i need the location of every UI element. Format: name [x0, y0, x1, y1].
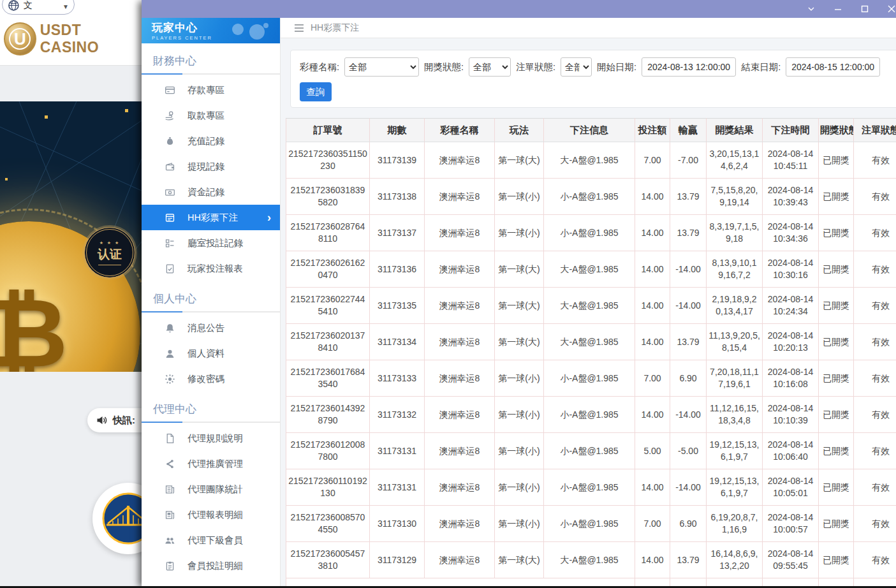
- table-cell: 大-A盤@1.985: [544, 542, 635, 578]
- table-cell: 已開獎: [819, 324, 854, 360]
- sidebar-item-label: 充值記錄: [187, 135, 224, 147]
- table-cell: 14.00: [635, 469, 670, 506]
- table-cell: 已開獎: [819, 542, 854, 578]
- sidebar-header: 玩家中心 PLAYERS CENTER: [142, 18, 280, 43]
- table-cell: 小-A盤@1.985: [544, 397, 635, 433]
- sidebar-item-rules[interactable]: 代理規則說明: [142, 425, 280, 451]
- team-icon: [165, 484, 175, 495]
- table-cell: 小-A盤@1.985: [544, 215, 635, 251]
- table-row: 215217236020137841031173134澳洲幸运8第一球(大)大-…: [286, 324, 896, 360]
- table-cell: 2152172360287648110: [286, 215, 370, 251]
- window-dropdown-button[interactable]: [802, 0, 821, 18]
- table-cell: 2024-08-14 10:45:11: [763, 142, 819, 179]
- sidebar-item-funds[interactable]: 資金記錄: [142, 179, 280, 205]
- table-cell: 14.00: [635, 324, 670, 360]
- window-maximize-button[interactable]: [855, 0, 874, 18]
- language-selector[interactable]: 繁体中文 ▼: [2, 0, 75, 15]
- table-row: 215217236035115023031173139澳洲幸运8第一球(大)大-…: [286, 142, 896, 179]
- table-cell: 2,19,18,9,20,13,4,17: [707, 288, 763, 324]
- main-panel: HH彩票下注 彩種名稱: 全部 開獎狀態: 全部 注單狀態: 全部: [281, 18, 896, 588]
- speaker-icon: [96, 414, 108, 427]
- table-cell: 31173131: [370, 469, 425, 506]
- order-status-select[interactable]: 全部: [561, 57, 592, 77]
- table-cell: 已開獎: [819, 469, 854, 506]
- sidebar-item-notice[interactable]: 消息公告: [142, 315, 280, 341]
- sidebar-item-label: 提現記錄: [187, 161, 224, 173]
- sidebar-item-password[interactable]: 修改密碼: [142, 366, 280, 392]
- window-minimize-button[interactable]: [828, 0, 848, 18]
- table-cell: 澳洲幸运8: [425, 324, 495, 360]
- sidebar-item-lottery[interactable]: HH彩票下注›: [142, 205, 280, 230]
- password-icon: [165, 374, 175, 385]
- end-date-input[interactable]: [786, 57, 880, 77]
- table-cell: 2152172360261620470: [286, 251, 370, 288]
- search-button[interactable]: 查詢: [300, 82, 332, 101]
- player-center-window: 玩家中心 PLAYERS CENTER 財務中心存款專區取款專區充值記錄提現記錄…: [142, 0, 896, 588]
- table-cell: 澳洲幸运8: [425, 469, 495, 506]
- table-cell: 2152172360176843540: [286, 360, 370, 397]
- table-cell: 2024-08-14 10:20:13: [763, 324, 819, 360]
- hamburger-menu-icon[interactable]: [294, 24, 304, 33]
- sidebar-section: 個人中心消息公告個人資料修改密碼: [142, 281, 280, 392]
- table-cell: 已開獎: [819, 397, 854, 433]
- filter-panel: 彩種名稱: 全部 開獎狀態: 全部 注單狀態: 全部 開始日期: 結束日期:: [290, 50, 896, 108]
- table-cell: 2024-08-14 10:16:08: [763, 360, 819, 397]
- sidebar-item-label: 代理報表明細: [187, 509, 243, 521]
- sidebar-item-promote[interactable]: 代理推廣管理: [142, 451, 280, 476]
- sidebar-item-label: 消息公告: [187, 322, 224, 334]
- lottery-icon: [165, 212, 175, 223]
- sidebar-item-recharge[interactable]: 充值記錄: [142, 128, 280, 154]
- start-date-input[interactable]: [642, 57, 736, 77]
- table-cell: 13.79: [670, 179, 707, 215]
- bets-table-container: 訂單號期數彩種名稱玩法下注信息投注額輸贏開獎結果下注時間開獎狀態注單狀態 215…: [286, 118, 896, 588]
- sidebar-item-report[interactable]: 玩家投注報表: [142, 256, 280, 281]
- funds-icon: [165, 187, 175, 198]
- table-cell: 有效: [854, 469, 896, 506]
- table-header-cell: 下注信息: [544, 119, 635, 142]
- table-cell: 已開獎: [819, 506, 854, 542]
- table-cell: 13.79: [670, 215, 707, 251]
- table-cell: 31173138: [370, 179, 425, 215]
- sidebar-item-deposit[interactable]: 存款專區: [142, 77, 280, 103]
- table-cell: 澳洲幸运8: [425, 397, 495, 433]
- sidebar-item-label: 廳室投註記錄: [187, 237, 243, 249]
- table-cell: 澳洲幸运8: [425, 179, 495, 215]
- table-cell: 6.90: [670, 506, 707, 542]
- draw-status-label: 開獎狀態:: [424, 61, 464, 73]
- sidebar-item-withdraw[interactable]: 取款專區: [142, 103, 280, 128]
- deposit-icon: [165, 85, 175, 96]
- sidebar-item-label: 資金記錄: [187, 186, 224, 198]
- sidebar-item-agent-report[interactable]: 代理報表明細: [142, 502, 280, 527]
- window-close-button[interactable]: [882, 0, 896, 18]
- table-cell: 有效: [854, 288, 896, 324]
- lottery-name-select[interactable]: 全部: [344, 57, 419, 77]
- sidebar-item-profile[interactable]: 個人資料: [142, 341, 280, 366]
- background-page: 繁体中文 ▼ U USDT CASINO ₿: [0, 0, 142, 588]
- draw-status-select[interactable]: 全部: [469, 57, 511, 77]
- table-cell: 小-A盤@1.985: [544, 506, 635, 542]
- floating-service-button[interactable]: [92, 483, 142, 554]
- sidebar: 玩家中心 PLAYERS CENTER 財務中心存款專區取款專區充值記錄提現記錄…: [142, 18, 281, 588]
- news-ticker[interactable]: 快訊:: [87, 408, 142, 432]
- sidebar-item-label: 代理下級會員: [187, 534, 243, 547]
- site-logo[interactable]: U USDT CASINO: [4, 22, 142, 56]
- table-cell: 第一球(小): [495, 506, 544, 542]
- table-row: 215217236028764811031173137澳洲幸运8第一球(小)小-…: [286, 215, 896, 251]
- sidebar-item-members[interactable]: 代理下級會員: [142, 527, 280, 553]
- sidebar-item-hall[interactable]: 廳室投註記錄: [142, 230, 280, 256]
- table-cell: 2024-08-14 10:06:40: [763, 433, 819, 469]
- sidebar-item-team[interactable]: 代理團隊統計: [142, 476, 280, 502]
- table-cell: 31173133: [370, 360, 425, 397]
- news-ticker-label: 快訊:: [113, 415, 135, 427]
- sidebar-item-cashout[interactable]: 提現記錄: [142, 154, 280, 179]
- table-cell: 14.00: [635, 215, 670, 251]
- table-cell: 第一球(大): [495, 251, 544, 288]
- table-cell: 已開獎: [819, 142, 854, 179]
- table-cell: 第一球(大): [495, 542, 544, 578]
- table-cell: -14.00: [670, 469, 707, 506]
- table-row: 215217236005457381031173129澳洲幸运8第一球(大)大-…: [286, 542, 896, 578]
- certification-badge: ★ ★ ★ 认证: [84, 227, 135, 278]
- cashout-icon: [165, 161, 175, 172]
- table-row: 215217236022744541031173135澳洲幸运8第一球(大)大-…: [286, 288, 896, 324]
- sidebar-item-bet-detail[interactable]: 會員投註明細: [142, 553, 280, 578]
